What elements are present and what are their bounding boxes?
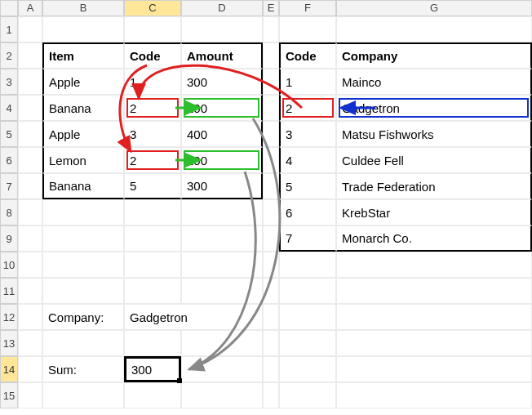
row-header-8[interactable]: 8	[0, 199, 18, 225]
cell-E9[interactable]	[263, 225, 279, 252]
cell-E7[interactable]	[263, 173, 279, 199]
cell-F8[interactable]: 6	[279, 199, 336, 225]
cell-G11[interactable]	[336, 278, 532, 304]
sum-value[interactable]: 300	[124, 356, 181, 382]
row-header-1[interactable]: 1	[0, 16, 18, 42]
cell-F1[interactable]	[279, 16, 336, 42]
cell-E6[interactable]	[263, 147, 279, 173]
cell-B7[interactable]: Banana	[42, 173, 124, 199]
cell-G5[interactable]: Matsu Fishworks	[336, 121, 532, 147]
col-header-A[interactable]: A	[18, 0, 42, 16]
cell-B1[interactable]	[42, 16, 124, 42]
cell-G14[interactable]	[336, 356, 532, 382]
cell-C10[interactable]	[124, 252, 181, 278]
cell-A4[interactable]	[18, 95, 42, 121]
col-header-E[interactable]: E	[263, 0, 279, 16]
row-header-13[interactable]: 13	[0, 330, 18, 356]
cell-A12[interactable]	[18, 304, 42, 330]
cell-A3[interactable]	[18, 69, 42, 95]
cell-F10[interactable]	[279, 252, 336, 278]
cell-C6[interactable]: 2	[124, 147, 181, 173]
cell-F7[interactable]: 5	[279, 173, 336, 199]
row-header-14[interactable]: 14	[0, 356, 18, 382]
row-header-5[interactable]: 5	[0, 121, 18, 147]
cell-F9[interactable]: 7	[279, 225, 336, 252]
company-label[interactable]: Company:	[42, 304, 124, 330]
cell-G7[interactable]: Trade Federation	[336, 173, 532, 199]
cell-F11[interactable]	[279, 278, 336, 304]
cell-D5[interactable]: 400	[181, 121, 263, 147]
cell-C8[interactable]	[124, 199, 181, 225]
cell-F15[interactable]	[279, 382, 336, 408]
row-header-11[interactable]: 11	[0, 278, 18, 304]
cell-C15[interactable]	[124, 382, 181, 408]
cell-C13[interactable]	[124, 330, 181, 356]
cell-E10[interactable]	[263, 252, 279, 278]
cell-E4[interactable]	[263, 95, 279, 121]
cell-F14[interactable]	[279, 356, 336, 382]
header-company[interactable]: Company	[336, 42, 532, 69]
cell-G10[interactable]	[336, 252, 532, 278]
cell-B5[interactable]: Apple	[42, 121, 124, 147]
cell-D14[interactable]	[181, 356, 263, 382]
cell-D12[interactable]	[181, 304, 263, 330]
header-code-left[interactable]: Code	[124, 42, 181, 69]
col-header-C[interactable]: C	[124, 0, 181, 16]
sum-label[interactable]: Sum:	[42, 356, 124, 382]
cell-D11[interactable]	[181, 278, 263, 304]
cell-G9[interactable]: Monarch Co.	[336, 225, 532, 252]
cell-C5[interactable]: 3	[124, 121, 181, 147]
col-header-D[interactable]: D	[181, 0, 263, 16]
cell-G13[interactable]	[336, 330, 532, 356]
header-amount[interactable]: Amount	[181, 42, 263, 69]
cell-A9[interactable]	[18, 225, 42, 252]
cell-B6[interactable]: Lemon	[42, 147, 124, 173]
cell-D4[interactable]: 200	[181, 95, 263, 121]
cell-G8[interactable]: KrebStar	[336, 199, 532, 225]
cell-D10[interactable]	[181, 252, 263, 278]
row-header-10[interactable]: 10	[0, 252, 18, 278]
cell-B8[interactable]	[42, 199, 124, 225]
col-header-F[interactable]: F	[279, 0, 336, 16]
cell-E1[interactable]	[263, 16, 279, 42]
cell-F12[interactable]	[279, 304, 336, 330]
cell-G4[interactable]: Gadgetron	[336, 95, 532, 121]
cell-C4[interactable]: 2	[124, 95, 181, 121]
header-item[interactable]: Item	[42, 42, 124, 69]
cell-B15[interactable]	[42, 382, 124, 408]
cell-B13[interactable]	[42, 330, 124, 356]
row-header-4[interactable]: 4	[0, 95, 18, 121]
cell-A14[interactable]	[18, 356, 42, 382]
cell-E15[interactable]	[263, 382, 279, 408]
cell-G12[interactable]	[336, 304, 532, 330]
cell-E11[interactable]	[263, 278, 279, 304]
cell-D1[interactable]	[181, 16, 263, 42]
cell-A5[interactable]	[18, 121, 42, 147]
cell-B11[interactable]	[42, 278, 124, 304]
cell-E13[interactable]	[263, 330, 279, 356]
row-header-6[interactable]: 6	[0, 147, 18, 173]
row-header-7[interactable]: 7	[0, 173, 18, 199]
cell-C9[interactable]	[124, 225, 181, 252]
cell-A8[interactable]	[18, 199, 42, 225]
cell-A13[interactable]	[18, 330, 42, 356]
cell-E12[interactable]	[263, 304, 279, 330]
cell-D13[interactable]	[181, 330, 263, 356]
cell-A6[interactable]	[18, 147, 42, 173]
cell-D9[interactable]	[181, 225, 263, 252]
header-code-right[interactable]: Code	[279, 42, 336, 69]
cell-F13[interactable]	[279, 330, 336, 356]
cell-E14[interactable]	[263, 356, 279, 382]
select-all-corner[interactable]	[0, 0, 18, 16]
cell-D15[interactable]	[181, 382, 263, 408]
cell-G1[interactable]	[336, 16, 532, 42]
cell-E8[interactable]	[263, 199, 279, 225]
cell-E3[interactable]	[263, 69, 279, 95]
row-header-3[interactable]: 3	[0, 69, 18, 95]
row-header-2[interactable]: 2	[0, 42, 18, 69]
cell-G15[interactable]	[336, 382, 532, 408]
cell-C3[interactable]: 1	[124, 69, 181, 95]
cell-C7[interactable]: 5	[124, 173, 181, 199]
cell-G3[interactable]: Mainco	[336, 69, 532, 95]
cell-D6[interactable]: 100	[181, 147, 263, 173]
